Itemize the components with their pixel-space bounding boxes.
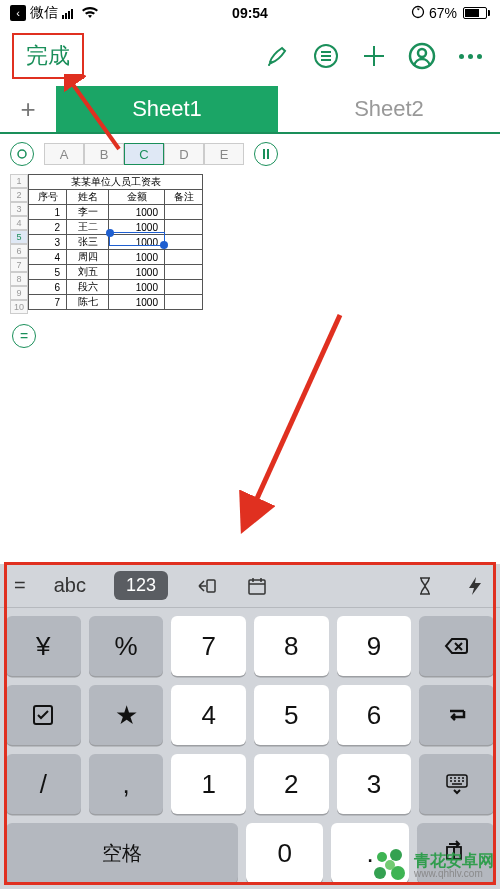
- equals-button[interactable]: =: [14, 574, 26, 597]
- svg-rect-3: [71, 9, 73, 19]
- key-next-row[interactable]: [419, 685, 494, 745]
- table-row: 2王二1000: [29, 220, 203, 235]
- battery-icon: [461, 7, 490, 19]
- col-C[interactable]: C: [124, 143, 164, 165]
- watermark-title: 青花安卓网: [414, 853, 494, 869]
- svg-point-14: [18, 150, 26, 158]
- table-row: 4周四1000: [29, 250, 203, 265]
- row-num[interactable]: 4: [10, 216, 28, 230]
- numeric-keypad: ¥ % 7 8 9 ★ 4 5 6 / , 1 2 3: [0, 608, 500, 889]
- keyboard: = abc 123 ¥ % 7 8 9: [0, 564, 500, 889]
- table-row: 7陈七1000: [29, 295, 203, 310]
- back-icon[interactable]: ‹: [10, 5, 26, 21]
- row-num[interactable]: 1: [10, 174, 28, 188]
- key-star[interactable]: ★: [89, 685, 164, 745]
- battery-pct: 67%: [429, 5, 457, 21]
- svg-point-12: [418, 49, 426, 57]
- status-time: 09:54: [232, 5, 268, 21]
- formula-button[interactable]: =: [12, 324, 36, 348]
- key-8[interactable]: 8: [254, 616, 329, 676]
- sheet-tab-1[interactable]: Sheet1: [56, 86, 278, 132]
- svg-rect-17: [249, 580, 265, 594]
- table-header[interactable]: 序号: [29, 190, 67, 205]
- col-A[interactable]: A: [44, 143, 84, 165]
- svg-point-37: [390, 849, 402, 861]
- column-header-row: A B C D E: [0, 134, 500, 174]
- key-hide-keyboard[interactable]: [419, 754, 494, 814]
- table-row: 1李一1000: [29, 205, 203, 220]
- row-num[interactable]: 3: [10, 202, 28, 216]
- key-1[interactable]: 1: [171, 754, 246, 814]
- key-yen[interactable]: ¥: [6, 616, 81, 676]
- svg-rect-1: [65, 13, 67, 19]
- tab-nav-icon[interactable]: [196, 575, 218, 597]
- key-slash[interactable]: /: [6, 754, 81, 814]
- profile-icon[interactable]: [404, 38, 440, 74]
- key-7[interactable]: 7: [171, 616, 246, 676]
- svg-point-38: [374, 867, 386, 879]
- key-3[interactable]: 3: [337, 754, 412, 814]
- svg-rect-0: [62, 15, 64, 19]
- key-percent[interactable]: %: [89, 616, 164, 676]
- sheet-tab-2[interactable]: Sheet2: [278, 86, 500, 132]
- sheet-area[interactable]: 1 2 3 4 5 6 7 8 9 10 某某单位人员工资表 序号 姓名 金额 …: [0, 174, 500, 314]
- col-E[interactable]: E: [204, 143, 244, 165]
- menu-dots-icon[interactable]: [452, 38, 488, 74]
- numeric-mode-button[interactable]: 123: [114, 571, 168, 600]
- svg-point-40: [385, 860, 395, 870]
- table-row: 3张三1000: [29, 235, 203, 250]
- key-backspace[interactable]: [419, 616, 494, 676]
- date-picker-icon[interactable]: [246, 575, 268, 597]
- row-num[interactable]: 9: [10, 286, 28, 300]
- key-0[interactable]: 0: [246, 823, 323, 883]
- key-6[interactable]: 6: [337, 685, 412, 745]
- table-title[interactable]: 某某单位人员工资表: [29, 175, 203, 190]
- table-header[interactable]: 备注: [165, 190, 203, 205]
- done-button[interactable]: 完成: [12, 33, 84, 79]
- row-num[interactable]: 5: [10, 230, 28, 244]
- format-brush-icon[interactable]: [260, 38, 296, 74]
- annotation-arrow: [130, 310, 350, 540]
- row-num[interactable]: 2: [10, 188, 28, 202]
- status-app-name: 微信: [30, 4, 58, 22]
- col-B[interactable]: B: [84, 143, 124, 165]
- signal-icon: [62, 8, 78, 19]
- column-headers: A B C D E: [44, 143, 244, 165]
- app-toolbar: 完成: [0, 26, 500, 86]
- row-num[interactable]: 6: [10, 244, 28, 258]
- row-num[interactable]: 7: [10, 258, 28, 272]
- hourglass-icon[interactable]: [414, 575, 436, 597]
- svg-rect-16: [207, 580, 215, 592]
- abc-mode-button[interactable]: abc: [54, 574, 86, 597]
- svg-point-36: [377, 852, 387, 862]
- pause-circle-button[interactable]: [254, 142, 278, 166]
- watermark-url: www.qhhlv.com: [414, 869, 494, 879]
- rotation-lock-icon: [411, 5, 425, 22]
- spreadsheet-grid[interactable]: 某某单位人员工资表 序号 姓名 金额 备注 1李一1000 2王二1000 3张…: [28, 174, 203, 314]
- key-2[interactable]: 2: [254, 754, 329, 814]
- watermark: 青花安卓网 www.qhhlv.com: [374, 849, 494, 883]
- key-comma[interactable]: ,: [89, 754, 164, 814]
- table-header[interactable]: 金额: [109, 190, 165, 205]
- keyboard-toolbar: = abc 123: [0, 564, 500, 608]
- plus-icon[interactable]: [356, 38, 392, 74]
- row-num[interactable]: 10: [10, 300, 28, 314]
- record-circle-button[interactable]: [10, 142, 34, 166]
- col-D[interactable]: D: [164, 143, 204, 165]
- key-space[interactable]: 空格: [6, 823, 238, 883]
- table-header[interactable]: 姓名: [67, 190, 109, 205]
- svg-rect-2: [68, 11, 70, 19]
- row-numbers: 1 2 3 4 5 6 7 8 9 10: [10, 174, 28, 314]
- key-4[interactable]: 4: [171, 685, 246, 745]
- lightning-icon[interactable]: [464, 575, 486, 597]
- table-row: 5刘五1000: [29, 265, 203, 280]
- key-9[interactable]: 9: [337, 616, 412, 676]
- wifi-icon: [82, 7, 98, 19]
- status-bar: ‹ 微信 09:54 67%: [0, 0, 500, 26]
- watermark-logo-icon: [374, 849, 408, 883]
- add-sheet-button[interactable]: +: [0, 86, 56, 132]
- row-num[interactable]: 8: [10, 272, 28, 286]
- key-5[interactable]: 5: [254, 685, 329, 745]
- list-circle-icon[interactable]: [308, 38, 344, 74]
- key-checkbox[interactable]: [6, 685, 81, 745]
